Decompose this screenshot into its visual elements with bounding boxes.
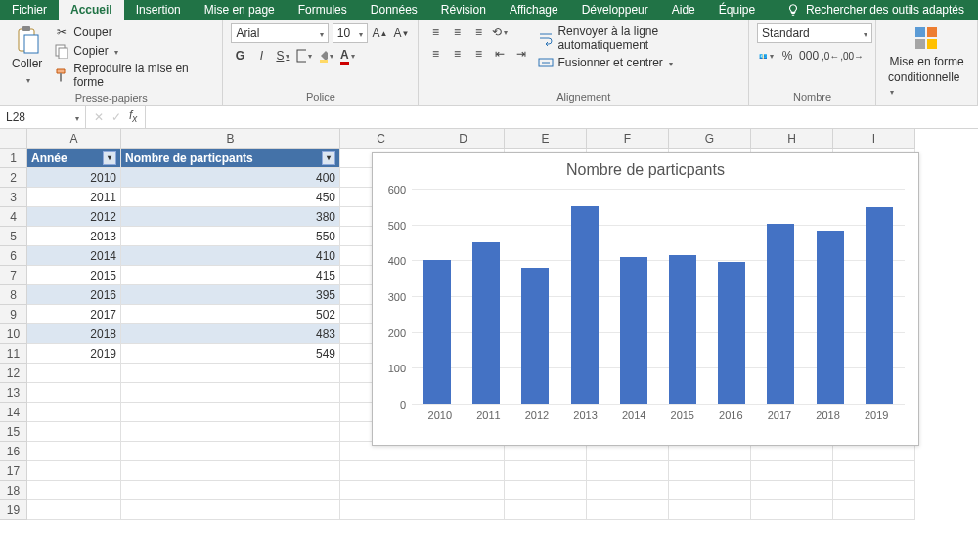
worksheet[interactable]: ABCDEFGHI 12345678910111213141516171819 … bbox=[0, 129, 978, 558]
enter-formula-icon[interactable]: ✓ bbox=[111, 110, 121, 124]
cell-E17[interactable] bbox=[505, 461, 587, 481]
col-header-B[interactable]: B bbox=[121, 129, 340, 149]
chart-bar-2011[interactable] bbox=[472, 242, 500, 404]
increase-indent-button[interactable]: ⇥ bbox=[512, 45, 530, 63]
chart-bar-2013[interactable] bbox=[571, 206, 599, 404]
row-header-3[interactable]: 3 bbox=[0, 188, 27, 207]
align-center-button[interactable]: ≡ bbox=[448, 45, 466, 63]
decrease-font-button[interactable]: A▼ bbox=[392, 24, 410, 42]
cell-H18[interactable] bbox=[751, 481, 833, 500]
tab-accueil[interactable]: Accueil bbox=[59, 0, 124, 20]
chart-bar-2019[interactable] bbox=[866, 207, 893, 404]
cancel-formula-icon[interactable]: ✕ bbox=[94, 110, 104, 124]
tab-insertion[interactable]: Insertion bbox=[124, 0, 193, 20]
tab-aide[interactable]: Aide bbox=[660, 0, 707, 20]
tab-affichage[interactable]: Affichage bbox=[498, 0, 570, 20]
tab-révision[interactable]: Révision bbox=[429, 0, 498, 20]
col-header-D[interactable]: D bbox=[422, 129, 505, 149]
cell-C19[interactable] bbox=[340, 500, 422, 520]
tell-me-search[interactable]: Rechercher des outils adaptés bbox=[773, 0, 978, 20]
wrap-text-button[interactable]: Renvoyer à la ligne automatiquement bbox=[536, 23, 740, 53]
cell-B11[interactable]: 549 bbox=[121, 344, 340, 364]
font-color-button[interactable]: A bbox=[338, 47, 356, 65]
cell-B7[interactable]: 415 bbox=[121, 266, 340, 285]
cell-A10[interactable]: 2018 bbox=[27, 324, 121, 344]
row-header-7[interactable]: 7 bbox=[0, 266, 27, 285]
decrease-decimal-button[interactable]: ,00→ bbox=[843, 47, 861, 65]
cell-B15[interactable] bbox=[121, 422, 340, 442]
fill-color-button[interactable] bbox=[317, 47, 334, 65]
cell-E18[interactable] bbox=[505, 481, 587, 500]
row-header-14[interactable]: 14 bbox=[0, 403, 27, 422]
format-painter-button[interactable]: Reproduire la mise en forme bbox=[52, 61, 214, 90]
chart-bar-2012[interactable] bbox=[521, 268, 549, 404]
col-header-F[interactable]: F bbox=[587, 129, 669, 149]
align-top-button[interactable]: ≡ bbox=[426, 23, 444, 41]
cell-B19[interactable] bbox=[121, 500, 340, 520]
cell-A2[interactable]: 2010 bbox=[27, 168, 121, 188]
row-header-4[interactable]: 4 bbox=[0, 207, 27, 227]
row-header-19[interactable]: 19 bbox=[0, 500, 27, 520]
border-button[interactable] bbox=[295, 47, 313, 65]
accounting-format-button[interactable]: 💶 bbox=[757, 47, 775, 65]
name-box[interactable]: L28 bbox=[0, 106, 86, 128]
cell-B5[interactable]: 550 bbox=[121, 227, 340, 246]
italic-button[interactable]: I bbox=[252, 47, 270, 65]
col-header-G[interactable]: G bbox=[669, 129, 751, 149]
cell-A11[interactable]: 2019 bbox=[27, 344, 121, 364]
tab-file[interactable]: Fichier bbox=[0, 0, 59, 20]
increase-font-button[interactable]: A▲ bbox=[372, 24, 389, 42]
col-header-I[interactable]: I bbox=[833, 129, 915, 149]
cell-A3[interactable]: 2011 bbox=[27, 188, 121, 207]
cell-C17[interactable] bbox=[340, 461, 422, 481]
cell-A15[interactable] bbox=[27, 422, 121, 442]
cell-A12[interactable] bbox=[27, 364, 121, 383]
formula-input[interactable] bbox=[146, 106, 978, 128]
cell-B10[interactable]: 483 bbox=[121, 324, 340, 344]
col-header-C[interactable]: C bbox=[340, 129, 422, 149]
decrease-indent-button[interactable]: ⇤ bbox=[491, 45, 509, 63]
cell-A14[interactable] bbox=[27, 403, 121, 422]
row-header-16[interactable]: 16 bbox=[0, 442, 27, 461]
row-header-9[interactable]: 9 bbox=[0, 305, 27, 324]
row-header-1[interactable]: 1 bbox=[0, 149, 27, 168]
cell-A1[interactable]: Année▾ bbox=[27, 149, 121, 168]
font-size-select[interactable]: 10 bbox=[333, 23, 368, 43]
conditional-formatting-button[interactable]: Mise en forme conditionnelle bbox=[884, 23, 969, 100]
row-header-15[interactable]: 15 bbox=[0, 422, 27, 442]
align-middle-button[interactable]: ≡ bbox=[448, 23, 466, 41]
cell-B1[interactable]: Nombre de particpants▾ bbox=[121, 149, 340, 168]
tab-développeur[interactable]: Développeur bbox=[570, 0, 660, 20]
align-right-button[interactable]: ≡ bbox=[469, 45, 487, 63]
cell-A7[interactable]: 2015 bbox=[27, 266, 121, 285]
cell-D19[interactable] bbox=[422, 500, 505, 520]
row-header-11[interactable]: 11 bbox=[0, 344, 27, 364]
cell-B9[interactable]: 502 bbox=[121, 305, 340, 324]
chart-bar-2015[interactable] bbox=[669, 255, 696, 404]
col-header-E[interactable]: E bbox=[505, 129, 587, 149]
bold-button[interactable]: G bbox=[231, 47, 248, 65]
chart-bar-2018[interactable] bbox=[817, 231, 844, 404]
cell-B14[interactable] bbox=[121, 403, 340, 422]
row-header-6[interactable]: 6 bbox=[0, 246, 27, 266]
chart-bar-2017[interactable] bbox=[767, 224, 794, 404]
copy-button[interactable]: Copier bbox=[52, 42, 214, 60]
cell-I18[interactable] bbox=[833, 481, 915, 500]
cell-F17[interactable] bbox=[587, 461, 669, 481]
cell-I19[interactable] bbox=[833, 500, 915, 520]
row-header-12[interactable]: 12 bbox=[0, 364, 27, 383]
cell-B8[interactable]: 395 bbox=[121, 285, 340, 305]
row-header-2[interactable]: 2 bbox=[0, 168, 27, 188]
cell-B13[interactable] bbox=[121, 383, 340, 403]
embedded-chart[interactable]: Nombre de particpants 010020030040050060… bbox=[372, 152, 919, 446]
cell-A9[interactable]: 2017 bbox=[27, 305, 121, 324]
cell-D18[interactable] bbox=[422, 481, 505, 500]
cell-A6[interactable]: 2014 bbox=[27, 246, 121, 266]
col-header-A[interactable]: A bbox=[27, 129, 121, 149]
cell-A5[interactable]: 2013 bbox=[27, 227, 121, 246]
cell-B4[interactable]: 380 bbox=[121, 207, 340, 227]
tab-formules[interactable]: Formules bbox=[287, 0, 359, 20]
paste-button[interactable]: Coller bbox=[8, 23, 46, 88]
cell-H17[interactable] bbox=[751, 461, 833, 481]
row-header-10[interactable]: 10 bbox=[0, 324, 27, 344]
